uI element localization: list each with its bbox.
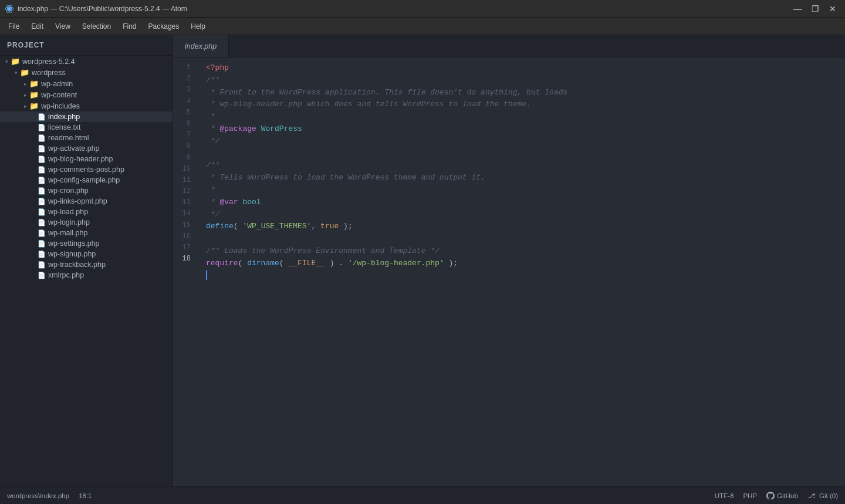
statusbar-filepath[interactable]: wordpress\index.php xyxy=(7,492,69,499)
statusbar-cursor[interactable]: 18:1 xyxy=(79,492,92,499)
file-label: readme.html xyxy=(48,134,89,142)
file-label: wp-settings.php xyxy=(48,239,100,248)
sidebar-item-wp-includes[interactable]: ▸ 📁 wp-includes xyxy=(0,100,173,111)
line-numbers: 1 2 3 4 5 6 7 8 9 10 11 12 13 14 15 16 1… xyxy=(173,57,199,486)
tab-bar: index.php xyxy=(173,35,845,57)
menu-edit[interactable]: Edit xyxy=(25,20,49,33)
folder-label: wp-includes xyxy=(41,102,80,110)
sidebar-item-wp-admin[interactable]: ▸ 📁 wp-admin xyxy=(0,78,173,89)
file-icon: 📄 xyxy=(38,251,46,258)
sidebar-item-wp-load-php[interactable]: 📄 wp-load.php xyxy=(0,207,173,217)
git-label: Git (0) xyxy=(819,492,838,499)
folder-icon: 📁 xyxy=(29,79,39,88)
line-num-7: 7 xyxy=(178,130,193,141)
sidebar-item-readme-html[interactable]: 📄 readme.html xyxy=(0,133,173,143)
line-num-11: 11 xyxy=(178,175,193,186)
menu-help[interactable]: Help xyxy=(185,20,211,33)
file-icon: 📄 xyxy=(38,187,46,195)
menu-file[interactable]: File xyxy=(2,20,25,33)
file-icon: 📄 xyxy=(38,166,46,174)
expand-arrow: ▾ xyxy=(2,59,11,65)
sidebar-item-wp-trackback-php[interactable]: 📄 wp-trackback.php xyxy=(0,259,173,270)
menubar: File Edit View Selection Find Packages H… xyxy=(0,18,845,35)
github-label: GitHub xyxy=(777,492,798,499)
file-icon: 📄 xyxy=(38,155,46,163)
editor-area: index.php 1 2 3 4 5 6 7 8 9 10 11 12 13 … xyxy=(173,35,845,486)
sidebar-item-wordpress[interactable]: ▾ 📁 wordpress xyxy=(0,67,173,78)
maximize-button[interactable]: ❐ xyxy=(807,3,823,15)
code-content[interactable]: <?php /** * Front to the WordPress appli… xyxy=(199,57,845,486)
expand-arrow: ▸ xyxy=(21,81,29,87)
sidebar-item-wp-settings-php[interactable]: 📄 wp-settings.php xyxy=(0,238,173,249)
statusbar: wordpress\index.php 18:1 UTF-8 PHP GitHu… xyxy=(0,486,845,504)
expand-arrow: ▾ xyxy=(12,70,20,76)
file-label: wp-config-sample.php xyxy=(48,176,120,184)
file-label: wp-comments-post.php xyxy=(48,165,124,174)
file-icon: 📄 xyxy=(38,145,46,153)
sidebar-item-wp-blog-header-php[interactable]: 📄 wp-blog-header.php xyxy=(0,154,173,164)
sidebar-item-wp-mail-php[interactable]: 📄 wp-mail.php xyxy=(0,228,173,238)
expand-arrow: ▸ xyxy=(21,103,29,109)
file-icon: 📄 xyxy=(38,124,46,131)
statusbar-left: wordpress\index.php 18:1 xyxy=(7,492,92,499)
sidebar-item-wp-cron-php[interactable]: 📄 wp-cron.php xyxy=(0,185,173,196)
sidebar-item-wp-content[interactable]: ▸ 📁 wp-content xyxy=(0,89,173,100)
file-label: license.txt xyxy=(48,123,81,131)
file-icon: 📄 xyxy=(38,198,46,205)
folder-label: wp-admin xyxy=(41,80,73,88)
folder-icon: 📁 xyxy=(29,90,39,99)
main-layout: Project ▾ 📁 wordpress-5.2.4 ▾ 📁 wordpres… xyxy=(0,35,845,486)
statusbar-git[interactable]: ⎇ Git (0) xyxy=(807,492,838,500)
line-num-5: 5 xyxy=(178,107,193,119)
sidebar-item-wp-login-php[interactable]: 📄 wp-login.php xyxy=(0,217,173,228)
line-num-13: 13 xyxy=(178,197,193,208)
line-num-4: 4 xyxy=(178,96,193,107)
close-button[interactable]: ✕ xyxy=(825,3,840,15)
line-num-16: 16 xyxy=(178,231,193,242)
statusbar-encoding[interactable]: UTF-8 xyxy=(715,492,734,499)
line-num-17: 17 xyxy=(178,242,193,253)
folder-icon: 📁 xyxy=(29,102,39,110)
file-icon: 📄 xyxy=(38,208,46,216)
file-icon: 📄 xyxy=(38,261,46,269)
titlebar-title: index.php — C:\Users\Public\wordpress-5.… xyxy=(18,5,187,13)
line-num-14: 14 xyxy=(178,208,193,219)
line-num-9: 9 xyxy=(178,153,193,164)
sidebar: Project ▾ 📁 wordpress-5.2.4 ▾ 📁 wordpres… xyxy=(0,35,173,486)
menu-find[interactable]: Find xyxy=(117,20,142,33)
line-num-18: 18 xyxy=(178,253,193,265)
titlebar: index.php — C:\Users\Public\wordpress-5.… xyxy=(0,0,845,18)
folder-label: wp-content xyxy=(41,91,77,99)
file-icon: 📄 xyxy=(38,272,46,279)
code-editor[interactable]: 1 2 3 4 5 6 7 8 9 10 11 12 13 14 15 16 1… xyxy=(173,57,845,486)
sidebar-item-wp-links-opml-php[interactable]: 📄 wp-links-opml.php xyxy=(0,196,173,207)
sidebar-item-wp-config-sample-php[interactable]: 📄 wp-config-sample.php xyxy=(0,175,173,185)
line-num-12: 12 xyxy=(178,186,193,197)
sidebar-item-wordpress-5.2.4[interactable]: ▾ 📁 wordpress-5.2.4 xyxy=(0,56,173,67)
statusbar-github[interactable]: GitHub xyxy=(766,492,798,500)
sidebar-item-wp-comments-post-php[interactable]: 📄 wp-comments-post.php xyxy=(0,164,173,175)
sidebar-item-license-txt[interactable]: 📄 license.txt xyxy=(0,122,173,133)
line-num-10: 10 xyxy=(178,164,193,175)
file-icon: 📄 xyxy=(38,240,46,248)
tab-index-php[interactable]: index.php xyxy=(173,35,229,57)
line-num-1: 1 xyxy=(178,62,193,73)
file-label: wp-activate.php xyxy=(48,144,100,153)
minimize-button[interactable]: — xyxy=(790,3,805,15)
git-branch-icon: ⎇ xyxy=(807,492,816,499)
menu-view[interactable]: View xyxy=(49,20,76,33)
statusbar-language[interactable]: PHP xyxy=(743,492,757,499)
sidebar-item-wp-signup-php[interactable]: 📄 wp-signup.php xyxy=(0,249,173,259)
sidebar-item-xmlrpc-php[interactable]: 📄 xmlrpc.php xyxy=(0,270,173,280)
file-label: wp-links-opml.php xyxy=(48,197,107,205)
svg-point-0 xyxy=(8,7,11,10)
file-label: xmlrpc.php xyxy=(48,271,84,279)
line-num-3: 3 xyxy=(178,84,193,96)
menu-packages[interactable]: Packages xyxy=(143,20,185,33)
file-icon: 📄 xyxy=(38,113,46,121)
sidebar-item-wp-activate-php[interactable]: 📄 wp-activate.php xyxy=(0,143,173,154)
sidebar-header: Project xyxy=(0,35,173,56)
sidebar-item-index-php[interactable]: 📄 index.php xyxy=(0,111,173,122)
menu-selection[interactable]: Selection xyxy=(76,20,117,33)
file-icon: 📄 xyxy=(38,177,46,184)
